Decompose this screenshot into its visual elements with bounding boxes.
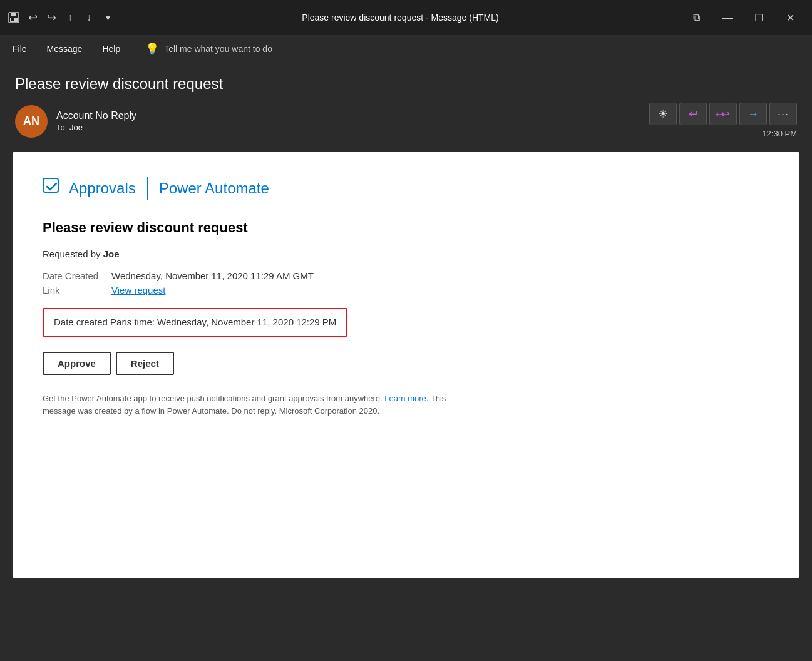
actions-and-time: ☀ ↩ ↩↩ → ··· 12:30 PM [649, 103, 797, 140]
menu-bar: File Message Help 💡 Tell me what you wan… [0, 35, 812, 63]
learn-more-link[interactable]: Learn more [384, 394, 426, 403]
to-name: Joe [69, 123, 83, 132]
sender-details: Account No Reply To Joe [56, 110, 136, 132]
footer-text: Get the Power Automate app to receive pu… [43, 392, 468, 417]
menu-message[interactable]: Message [44, 41, 85, 56]
approvals-icon [43, 178, 63, 200]
approvals-header: Approvals Power Automate [43, 177, 769, 200]
sender-name: Account No Reply [56, 110, 136, 121]
tell-me-text[interactable]: Tell me what you want to do [164, 44, 272, 54]
forward-button[interactable]: → [739, 103, 767, 125]
approve-button[interactable]: Approve [43, 352, 111, 375]
down-icon[interactable]: ↓ [83, 11, 95, 24]
link-row: Link View request [43, 285, 769, 295]
restore-button[interactable]: ⧉ [682, 8, 711, 28]
sender-to: To Joe [56, 123, 136, 132]
redo-icon[interactable]: ↪ [45, 11, 58, 24]
email-time: 12:30 PM [762, 129, 797, 140]
up-icon[interactable]: ↑ [64, 11, 76, 24]
more-actions-button[interactable]: ··· [769, 103, 797, 125]
svg-rect-3 [11, 18, 14, 21]
window-title: Please review discount request - Message… [124, 13, 677, 23]
menu-help[interactable]: Help [100, 41, 123, 56]
title-bar: ↩ ↪ ↑ ↓ ▾ Please review discount request… [0, 0, 812, 35]
undo-icon[interactable]: ↩ [26, 11, 39, 24]
link-label: Link [43, 285, 111, 295]
save-icon[interactable] [8, 11, 20, 24]
date-created-label: Date Created [43, 270, 111, 281]
view-request-link[interactable]: View request [111, 285, 165, 295]
window-controls: ⧉ — ☐ ✕ [682, 8, 804, 28]
more-dropdown-icon[interactable]: ▾ [101, 11, 114, 24]
email-meta-row: AN Account No Reply To Joe ☀ ↩ ↩↩ → ··· … [15, 103, 797, 140]
sender-avatar: AN [15, 105, 48, 138]
email-body-wrapper: Approvals Power Automate Please review d… [0, 147, 812, 590]
maximize-button[interactable]: ☐ [744, 8, 773, 28]
close-button[interactable]: ✕ [776, 8, 804, 28]
email-header: Please review discount request AN Accoun… [0, 63, 812, 147]
action-buttons: Approve Reject [43, 352, 769, 375]
footer-prefix: Get the Power Automate app to receive pu… [43, 394, 384, 403]
highlight-text: Date created Paris time: Wednesday, Nove… [54, 317, 336, 327]
approvals-logo: Approvals [43, 178, 136, 200]
requested-by: Requested by Joe [43, 249, 769, 259]
email-content-title: Please review discount request [43, 220, 769, 236]
meta-table: Date Created Wednesday, November 11, 202… [43, 270, 769, 295]
menu-file[interactable]: File [10, 41, 29, 56]
reply-button[interactable]: ↩ [679, 103, 707, 125]
sender-info: AN Account No Reply To Joe [15, 105, 136, 138]
power-automate-label: Power Automate [159, 180, 269, 197]
brightness-button[interactable]: ☀ [649, 103, 677, 125]
svg-rect-1 [11, 13, 16, 16]
title-bar-icons: ↩ ↪ ↑ ↓ ▾ [8, 11, 114, 24]
minimize-button[interactable]: — [713, 8, 742, 28]
highlight-box: Date created Paris time: Wednesday, Nove… [43, 308, 347, 337]
approvals-label: Approvals [69, 180, 136, 197]
date-created-row: Date Created Wednesday, November 11, 202… [43, 270, 769, 281]
tell-me-section: 💡 Tell me what you want to do [145, 42, 272, 56]
to-label: To [56, 123, 65, 132]
reply-all-button[interactable]: ↩↩ [709, 103, 737, 125]
header-divider [147, 177, 148, 200]
lightbulb-icon: 💡 [145, 42, 159, 56]
requested-by-prefix: Requested by [43, 249, 103, 259]
date-created-value: Wednesday, November 11, 2020 11:29 AM GM… [111, 270, 314, 281]
email-actions: ☀ ↩ ↩↩ → ··· [649, 103, 797, 125]
email-body: Approvals Power Automate Please review d… [13, 152, 799, 578]
requester-name: Joe [103, 249, 120, 259]
email-subject: Please review discount request [15, 75, 797, 93]
reject-button[interactable]: Reject [116, 352, 174, 375]
